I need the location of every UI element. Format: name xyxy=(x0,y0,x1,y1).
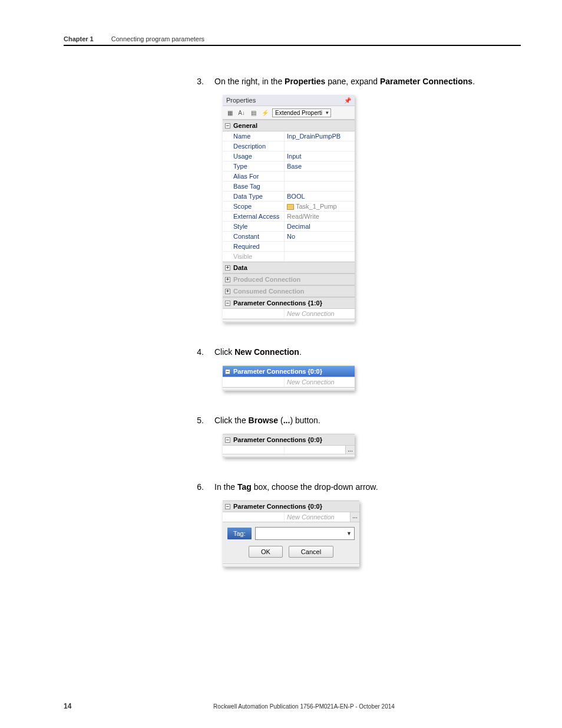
sort-icon[interactable]: A↓ xyxy=(237,108,246,117)
browse-button[interactable]: ... xyxy=(345,446,355,454)
step-text: Click the Browse (...) button. xyxy=(214,414,320,427)
pane-title-bar: Properties 📌 xyxy=(223,95,355,106)
page-header: Chapter 1 Connecting program parameters xyxy=(64,35,521,45)
group-parameter-connections[interactable]: − Parameter Connections {0:0} xyxy=(223,434,355,446)
prop-row-aliasfor: Alias For xyxy=(223,172,355,182)
minus-icon[interactable]: − xyxy=(225,369,230,374)
chevron-down-icon[interactable]: ▼ xyxy=(346,531,352,536)
connection-input-row: New Connection ... xyxy=(223,512,359,522)
step-6: 6. In the Tag box, choose the drop-down … xyxy=(193,481,521,493)
torn-edge xyxy=(223,454,355,457)
group-parameter-connections[interactable]: − Parameter Connections {0:0} xyxy=(223,365,355,377)
step-number: 4. xyxy=(193,346,204,358)
minus-icon[interactable]: − xyxy=(225,123,230,129)
tag-label: Tag: xyxy=(227,528,252,539)
new-connection-row[interactable]: New Connection xyxy=(223,309,355,319)
publication-info: Rockwell Automation Publication 1756-PM0… xyxy=(87,703,521,710)
torn-edge xyxy=(223,319,355,322)
connection-input[interactable] xyxy=(285,446,345,454)
pin-icon[interactable]: 📌 xyxy=(344,97,351,104)
properties-pane: Properties 📌 ▦ A↓ ▤ ⚡ Extended Properti … xyxy=(223,95,355,322)
prop-row-constant: ConstantNo xyxy=(223,232,355,242)
prop-row-required: Required xyxy=(223,242,355,252)
prop-row-name: NameInp_DrainPumpPB xyxy=(223,131,355,141)
grid-icon[interactable]: ▤ xyxy=(249,108,258,117)
header-rule xyxy=(64,45,521,46)
step-text: On the right, in the Properties pane, ex… xyxy=(214,75,475,88)
prop-row-datatype: Data TypeBOOL xyxy=(223,192,355,202)
new-connection-row[interactable]: New Connection xyxy=(223,377,355,387)
group-data[interactable]: + Data xyxy=(223,262,355,274)
connection-value[interactable]: New Connection xyxy=(285,512,350,522)
minus-icon[interactable]: − xyxy=(225,301,230,306)
prop-row-visible: Visible xyxy=(223,252,355,262)
step-number: 6. xyxy=(193,481,204,493)
step-4: 4. Click New Connection. xyxy=(193,346,521,358)
step-3: 3. On the right, in the Properties pane,… xyxy=(193,75,521,88)
connection-input-row: ... xyxy=(223,446,355,454)
view-dropdown[interactable]: Extended Properti xyxy=(272,108,331,117)
step-number: 5. xyxy=(193,414,204,427)
properties-toolbar: ▦ A↓ ▤ ⚡ Extended Properti xyxy=(223,106,355,120)
step-text: In the Tag box, choose the drop-down arr… xyxy=(214,481,378,493)
prop-row-basetag: Base Tag xyxy=(223,182,355,192)
browse-button[interactable]: ... xyxy=(350,512,359,522)
torn-edge xyxy=(223,387,355,391)
plus-icon[interactable]: + xyxy=(225,265,230,271)
torn-edge xyxy=(223,564,359,567)
prop-row-type: TypeBase xyxy=(223,162,355,172)
chapter-label: Chapter 1 xyxy=(64,35,94,42)
plus-icon: + xyxy=(225,289,230,294)
step-text: Click New Connection. xyxy=(214,346,302,358)
group-parameter-connections[interactable]: − Parameter Connections {1:0} xyxy=(223,297,355,309)
plus-icon: + xyxy=(225,277,230,282)
section-title: Connecting program parameters xyxy=(111,35,204,42)
minus-icon[interactable]: − xyxy=(225,504,230,509)
group-parameter-connections[interactable]: − Parameter Connections {0:0} xyxy=(223,500,359,512)
group-general[interactable]: − General xyxy=(223,120,355,131)
tag-dropdown[interactable]: ▼ xyxy=(255,527,355,540)
ok-button[interactable]: OK xyxy=(249,546,283,558)
lightning-icon[interactable]: ⚡ xyxy=(260,108,270,117)
prop-row-scope: ScopeTask_1_Pump xyxy=(223,202,355,212)
page-footer: 14 Rockwell Automation Publication 1756-… xyxy=(64,702,521,710)
prop-row-style: StyleDecimal xyxy=(223,222,355,232)
cancel-button[interactable]: Cancel xyxy=(289,546,333,558)
minus-icon[interactable]: − xyxy=(225,437,230,443)
param-conn-panel-step5: − Parameter Connections {0:0} ... xyxy=(223,434,355,457)
prop-row-usage: UsageInput xyxy=(223,151,355,162)
program-icon xyxy=(287,204,294,210)
group-consumed: + Consumed Connection xyxy=(223,285,355,297)
page-number: 14 xyxy=(64,702,87,710)
group-produced: + Produced Connection xyxy=(223,274,355,285)
tag-selector-popup: Tag: ▼ OK Cancel xyxy=(223,522,359,564)
step-number: 3. xyxy=(193,75,204,88)
categorize-icon[interactable]: ▦ xyxy=(225,108,234,117)
prop-row-description: Description xyxy=(223,141,355,151)
step-5: 5. Click the Browse (...) button. xyxy=(193,414,521,427)
param-conn-panel-step6: − Parameter Connections {0:0} New Connec… xyxy=(223,500,359,567)
prop-row-externalaccess: External AccessRead/Write xyxy=(223,212,355,222)
properties-title: Properties xyxy=(226,97,256,104)
param-conn-panel-step4: − Parameter Connections {0:0} New Connec… xyxy=(223,365,355,391)
